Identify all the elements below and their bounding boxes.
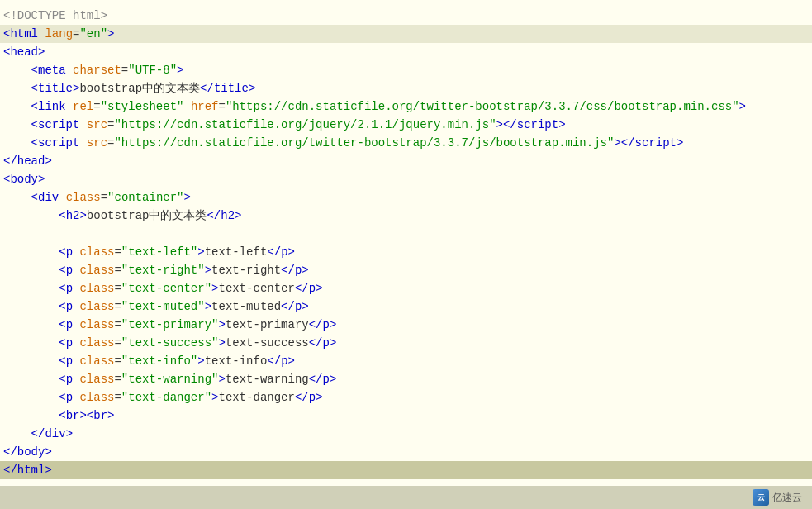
tag-token: p	[295, 261, 302, 279]
text-token	[3, 79, 31, 98]
text-token	[3, 134, 31, 152]
text-token	[79, 134, 86, 152]
bracket-token: </	[3, 461, 17, 479]
bracket-token: <	[59, 352, 65, 370]
bracket-token: </	[207, 207, 221, 225]
bracket-token: >	[66, 425, 73, 443]
bracket-token: </	[621, 134, 635, 152]
bracket-token: >	[288, 243, 295, 261]
text-token	[38, 25, 45, 43]
bracket-token: </	[200, 79, 214, 98]
bracket-token: >	[249, 79, 255, 98]
text-token	[3, 98, 31, 116]
code-line: <p class="text-info">text-info</p>	[0, 352, 812, 370]
text-token: =	[114, 243, 121, 261]
text-token: =	[93, 98, 100, 116]
tag-token: h2	[66, 207, 80, 225]
editor-container: <!DOCTYPE html><html lang="en"><head> <m…	[0, 0, 812, 509]
text-token: =	[114, 334, 121, 352]
bracket-token: </	[281, 261, 295, 279]
bracket-token: <	[3, 170, 10, 188]
bracket-token: >	[211, 279, 218, 297]
bracket-token: <	[17, 188, 38, 207]
bracket-token: </	[309, 370, 323, 388]
text-token	[73, 334, 79, 352]
code-line: </div>	[0, 425, 812, 443]
text-token	[3, 188, 17, 207]
bottom-bar: 云 亿速云	[0, 486, 812, 509]
bracket-token: >	[73, 79, 79, 98]
bracket-token: >	[330, 316, 336, 334]
attr-token: class	[79, 334, 114, 352]
tag-token: p	[66, 334, 73, 352]
val-token: "container"	[107, 188, 183, 207]
bracket-token: >	[316, 279, 322, 297]
val-token: "https://cdn.staticfile.org/jquery/2.1.1…	[114, 116, 496, 134]
tag-token: body	[10, 170, 38, 188]
text-token	[73, 352, 79, 370]
code-line: <script src="https://cdn.staticfile.org/…	[0, 134, 812, 152]
text-token	[3, 334, 59, 352]
tag-token: html	[10, 25, 38, 43]
code-line: <p class="text-warning">text-warning</p>	[0, 370, 812, 388]
bracket-token: >	[107, 25, 114, 43]
text-token: =	[114, 316, 121, 334]
text-token: =	[114, 279, 121, 297]
text-token: =	[114, 352, 121, 370]
text-token	[73, 297, 79, 316]
tag-token: p	[323, 316, 330, 334]
bracket-token: >	[79, 207, 86, 225]
bracket-token: <	[3, 43, 10, 61]
attr-token: class	[79, 261, 114, 279]
text-token	[59, 188, 65, 207]
bracket-token: <	[59, 316, 65, 334]
text-token	[3, 388, 59, 407]
tag-token: title	[214, 79, 249, 98]
tag-token: p	[66, 243, 73, 261]
bracket-token: <	[59, 279, 65, 297]
attr-token: lang	[45, 25, 73, 43]
val-token: "text-info"	[121, 352, 197, 370]
tag-token: p	[66, 388, 73, 407]
tag-token: br	[66, 407, 80, 425]
bracket-token: <	[59, 243, 65, 261]
text-token: =	[219, 98, 226, 116]
code-line	[0, 225, 812, 243]
text-token	[183, 98, 190, 116]
brand-logo: 云 亿速云	[753, 489, 802, 506]
code-line: </html>	[0, 461, 812, 479]
code-line: <br><br>	[0, 407, 812, 425]
bracket-token: <	[31, 79, 38, 98]
text-token: =	[114, 261, 121, 279]
text-token	[73, 316, 79, 334]
code-line: <!DOCTYPE html>	[0, 7, 812, 25]
bracket-token: >	[205, 297, 211, 316]
text-token	[3, 370, 59, 388]
tag-token: p	[66, 352, 73, 370]
val-token: "en"	[79, 25, 107, 43]
tag-token: p	[281, 352, 287, 370]
tag-token: p	[66, 370, 73, 388]
code-line: <p class="text-right">text-right</p>	[0, 261, 812, 279]
text-token: text-muted	[211, 297, 281, 316]
tag-token: script	[517, 116, 558, 134]
attr-token: class	[79, 243, 114, 261]
text-token	[3, 352, 59, 370]
tag-token: p	[309, 388, 316, 407]
tag-token: p	[295, 297, 302, 316]
bracket-token: >	[45, 461, 51, 479]
text-token: text-success	[226, 334, 309, 352]
text-token	[3, 316, 59, 334]
text-token	[79, 116, 86, 134]
code-area: <!DOCTYPE html><html lang="en"><head> <m…	[0, 0, 812, 486]
text-token: text-danger	[218, 388, 294, 407]
bracket-token: >	[197, 352, 204, 370]
val-token: "text-center"	[121, 279, 211, 297]
bracket-token: <	[31, 61, 38, 79]
text-token	[3, 261, 59, 279]
val-token: "text-muted"	[121, 297, 205, 316]
doctype-token: <!DOCTYPE html>	[3, 7, 107, 25]
val-token: "text-success"	[121, 334, 219, 352]
text-token: bootstrap中的文本类	[79, 79, 200, 98]
attr-token: class	[79, 279, 114, 297]
